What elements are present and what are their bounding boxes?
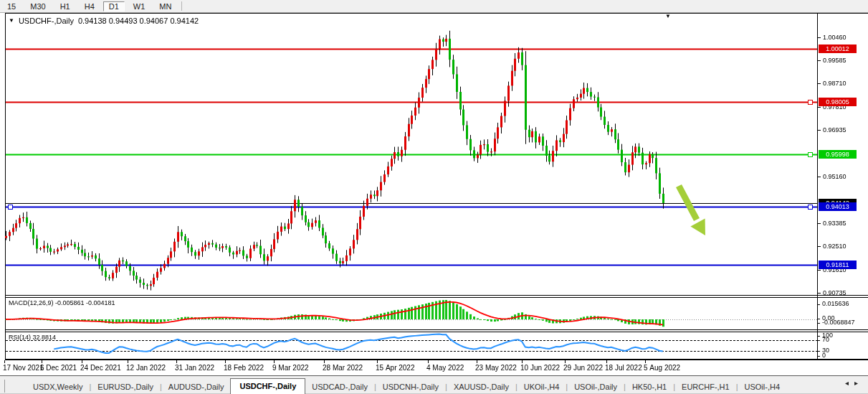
symbol-dropdown-icon[interactable]: ▼ bbox=[9, 17, 14, 24]
ohlc-values: 0.94138 0.94493 0.94067 0.94142 bbox=[78, 17, 199, 25]
tab-scroll-controls: ◂▸ bbox=[845, 379, 864, 387]
macd-indicator-label: MACD(12,26,9) -0.005861 -0.004181 bbox=[9, 299, 115, 306]
chart-shift-marker-icon[interactable]: ▼ bbox=[665, 13, 671, 19]
down-arrow-annotation[interactable] bbox=[672, 181, 715, 238]
symbol-name: USDCHF-,Daily bbox=[19, 17, 74, 25]
chart-canvas[interactable] bbox=[0, 0, 868, 394]
tab-scroll-left-icon[interactable]: ◂ bbox=[845, 379, 854, 387]
price-level-label-4: 0.91811 bbox=[819, 261, 857, 269]
arrow-shaft bbox=[679, 186, 697, 220]
trading-app-window: 15M30H1H4D1W1MN ▼ USDCHF-,Daily 0.94138 … bbox=[0, 0, 868, 394]
price-level-label-1: 0.98005 bbox=[819, 98, 857, 106]
price-level-label-0: 1.00012 bbox=[819, 44, 857, 53]
tab-scroll-right-icon[interactable]: ▸ bbox=[854, 379, 864, 387]
price-level-label-2: 0.95998 bbox=[819, 150, 857, 159]
price-level-label-3: 0.94013 bbox=[819, 202, 857, 211]
arrow-head bbox=[690, 219, 705, 236]
rsi-indicator-label: RSI(14) 32.8814 bbox=[9, 334, 56, 341]
chart-title: ▼ USDCHF-,Daily 0.94138 0.94493 0.94067 … bbox=[9, 16, 199, 25]
